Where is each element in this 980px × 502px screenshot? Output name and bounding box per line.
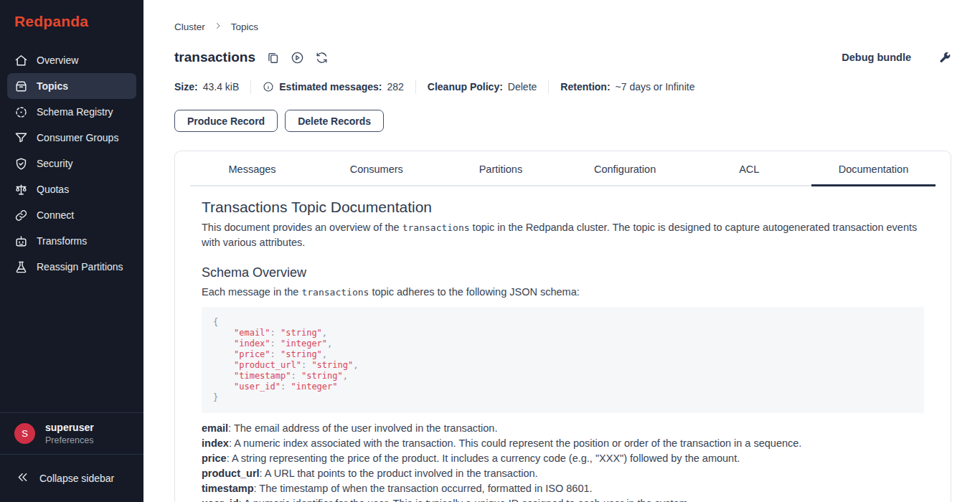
tab-bar: Messages Consumers Partitions Configurat…: [190, 151, 936, 186]
tab-acl[interactable]: ACL: [687, 164, 811, 186]
title-right: Debug bundle: [842, 51, 951, 64]
schema-overview-heading: Schema Overview: [202, 265, 924, 280]
tab-partitions[interactable]: Partitions: [438, 164, 562, 186]
double-chevron-left-icon: [16, 470, 29, 486]
code-line: "product_url": "string",: [213, 360, 913, 371]
home-icon: [14, 54, 28, 67]
code-line: "index": "integer",: [213, 338, 913, 349]
app-window: Redpanda Overview Topics Schema Registry: [0, 0, 980, 502]
link-icon: [14, 209, 28, 222]
stat-value: Delete: [508, 81, 537, 93]
title-row: transactions Debug bundle: [174, 49, 951, 65]
code-line: "email": "string",: [213, 328, 913, 338]
sidebar-item-label: Overview: [37, 55, 78, 66]
stat-value: 43.4 kiB: [203, 81, 240, 93]
code-line: "price": "string",: [213, 349, 913, 360]
sidebar-item-schema-registry[interactable]: Schema Registry: [7, 99, 136, 125]
chevron-right-icon: [214, 22, 222, 32]
play-circle-icon[interactable]: [291, 51, 304, 65]
collapse-sidebar-button[interactable]: Collapse sidebar: [0, 455, 143, 502]
user-preferences-link[interactable]: Preferences: [45, 435, 94, 445]
delete-records-button[interactable]: Delete Records: [285, 110, 384, 132]
funnel-icon: [14, 131, 28, 145]
tab-documentation[interactable]: Documentation: [811, 164, 936, 186]
field-product-url: product_url: A URL that points to the pr…: [202, 466, 924, 481]
user-name: superuser: [45, 422, 94, 433]
field-index: index: A numeric index associated with t…: [202, 436, 924, 451]
stat-divider: [415, 80, 416, 94]
sidebar-item-consumer-groups[interactable]: Consumer Groups: [7, 125, 136, 151]
robot-icon: [14, 235, 28, 248]
doc-title: Transactions Topic Documentation: [202, 199, 924, 216]
code-line: "user_id": "integer": [213, 382, 913, 392]
tab-messages[interactable]: Messages: [190, 164, 314, 186]
refresh-icon[interactable]: [315, 51, 329, 65]
tab-consumers[interactable]: Consumers: [314, 164, 438, 186]
breadcrumb-cluster[interactable]: Cluster: [174, 22, 205, 32]
schema-intro: Each message in the transactions topic a…: [202, 285, 924, 300]
main-content: Cluster Topics transactions Debug bund: [143, 0, 980, 502]
tab-configuration[interactable]: Configuration: [563, 164, 687, 186]
sidebar-bottom: S superuser Preferences Collapse sidebar: [0, 412, 143, 502]
sidebar-item-connect[interactable]: Connect: [7, 202, 136, 228]
sidebar-item-overview[interactable]: Overview: [7, 47, 136, 73]
avatar: S: [14, 423, 35, 444]
stat-estimated-messages: Estimated messages: 282: [263, 81, 404, 93]
stat-label: Retention:: [560, 81, 610, 93]
sidebar-item-label: Connect: [37, 209, 74, 221]
scales-icon: [14, 183, 28, 196]
field-price: price: A string representing the price o…: [202, 451, 924, 466]
stat-label: Size:: [174, 81, 198, 93]
sidebar-item-quotas[interactable]: Quotas: [7, 176, 136, 202]
inline-code: transactions: [301, 287, 369, 298]
sidebar-item-label: Reassign Partitions: [37, 261, 123, 273]
sidebar-item-transforms[interactable]: Transforms: [7, 228, 136, 254]
debug-bundle-link[interactable]: Debug bundle: [842, 52, 911, 63]
copy-icon[interactable]: [266, 51, 280, 65]
code-line: {: [213, 317, 913, 328]
sidebar-item-security[interactable]: Security: [7, 151, 136, 176]
code-line: "timestamp": "string",: [213, 371, 913, 382]
stat-retention: Retention: ~7 days or Infinite: [560, 81, 694, 93]
sidebar-item-label: Consumer Groups: [37, 132, 118, 143]
sidebar-item-label: Security: [37, 158, 73, 169]
field-user-id: user_id: A numeric identifier for the us…: [202, 496, 924, 502]
inline-code: transactions: [402, 222, 470, 233]
stat-size: Size: 43.4 kiB: [174, 81, 239, 93]
info-icon[interactable]: [263, 81, 274, 93]
topic-actions: Produce Record Delete Records: [174, 110, 951, 132]
sidebar-item-label: Transforms: [37, 235, 87, 247]
field-email: email: The email address of the user inv…: [202, 421, 924, 436]
topic-detail-card: Messages Consumers Partitions Configurat…: [174, 151, 951, 502]
json-schema-code-block: { "email": "string", "index": "integer",…: [202, 307, 924, 413]
sidebar-nav: Overview Topics Schema Registry Consumer…: [0, 40, 143, 280]
stat-cleanup-policy: Cleanup Policy: Delete: [428, 81, 537, 93]
sidebar: Redpanda Overview Topics Schema Registry: [0, 0, 143, 502]
breadcrumb-topics[interactable]: Topics: [231, 22, 258, 32]
schema-registry-icon: [14, 105, 28, 119]
user-menu[interactable]: S superuser Preferences: [0, 412, 143, 455]
stat-divider: [250, 80, 251, 94]
field-timestamp: timestamp: The timestamp of when the tra…: [202, 481, 924, 496]
topics-box-icon: [14, 80, 28, 93]
sidebar-item-label: Topics: [37, 80, 68, 92]
redpanda-logo: Redpanda: [0, 0, 143, 40]
stat-value: 282: [387, 81, 403, 93]
wrench-icon[interactable]: [938, 51, 951, 64]
stat-value: ~7 days or Infinite: [616, 81, 695, 93]
documentation-panel: Transactions Topic Documentation This do…: [175, 186, 951, 502]
page-title: transactions: [174, 49, 255, 65]
redpanda-logo-text: Redpanda: [14, 13, 88, 29]
stat-label: Cleanup Policy:: [428, 81, 503, 93]
sidebar-item-label: Schema Registry: [37, 106, 113, 118]
sidebar-item-topics[interactable]: Topics: [7, 73, 136, 99]
code-line: }: [213, 392, 913, 403]
title-actions: [266, 51, 329, 65]
stat-divider: [548, 80, 549, 94]
collapse-sidebar-label: Collapse sidebar: [39, 473, 114, 484]
produce-record-button[interactable]: Produce Record: [174, 110, 278, 132]
sidebar-item-reassign-partitions[interactable]: Reassign Partitions: [7, 254, 136, 280]
stat-label: Estimated messages:: [279, 81, 382, 93]
topic-stats: Size: 43.4 kiB Estimated messages: 282 C…: [174, 80, 951, 94]
sidebar-item-label: Quotas: [37, 184, 69, 195]
